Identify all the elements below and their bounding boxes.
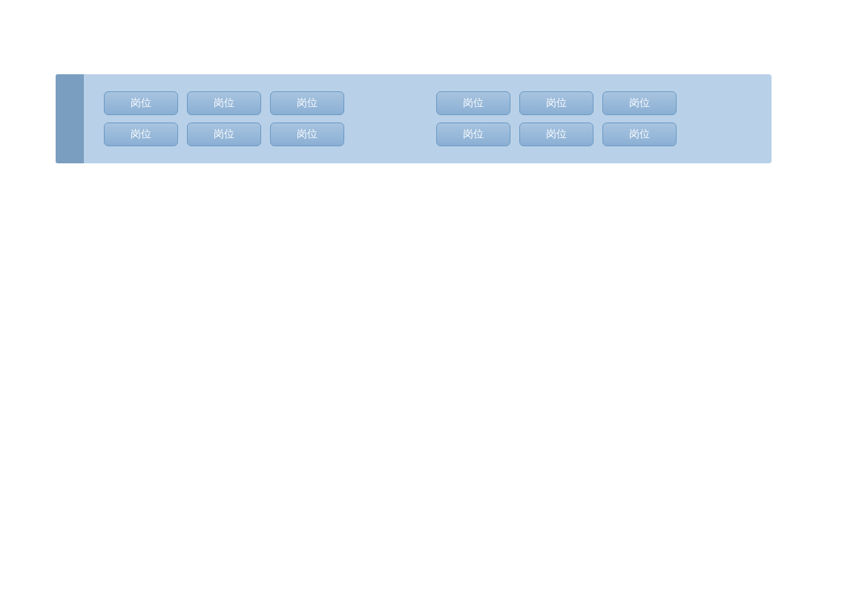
position-btn-r2-5[interactable]: 岗位 (519, 123, 594, 146)
position-btn-r2-4[interactable]: 岗位 (436, 123, 510, 146)
position-btn-r1-5[interactable]: 岗位 (519, 91, 594, 115)
position-btn-r2-3[interactable]: 岗位 (270, 123, 344, 146)
position-btn-r1-2[interactable]: 岗位 (187, 91, 261, 115)
position-btn-r2-6[interactable]: 岗位 (602, 123, 677, 146)
position-btn-r2-2[interactable]: 岗位 (187, 123, 261, 146)
position-btn-r1-4[interactable]: 岗位 (436, 91, 510, 115)
position-btn-r2-1[interactable]: 岗位 (104, 123, 178, 146)
button-row-2: 岗位 岗位 岗位 岗位 岗位 岗位 (104, 123, 764, 146)
button-row-1: 岗位 岗位 岗位 岗位 岗位 岗位 (104, 91, 764, 115)
main-container: 岗位 岗位 岗位 岗位 岗位 岗位 岗位 岗位 岗位 岗位 岗位 岗位 (56, 74, 772, 163)
position-btn-r1-3[interactable]: 岗位 (270, 91, 344, 115)
position-btn-r1-6[interactable]: 岗位 (602, 91, 677, 115)
left-bar (56, 74, 84, 163)
position-btn-r1-1[interactable]: 岗位 (104, 91, 178, 115)
rows-wrapper: 岗位 岗位 岗位 岗位 岗位 岗位 岗位 岗位 岗位 岗位 岗位 岗位 (104, 91, 764, 146)
